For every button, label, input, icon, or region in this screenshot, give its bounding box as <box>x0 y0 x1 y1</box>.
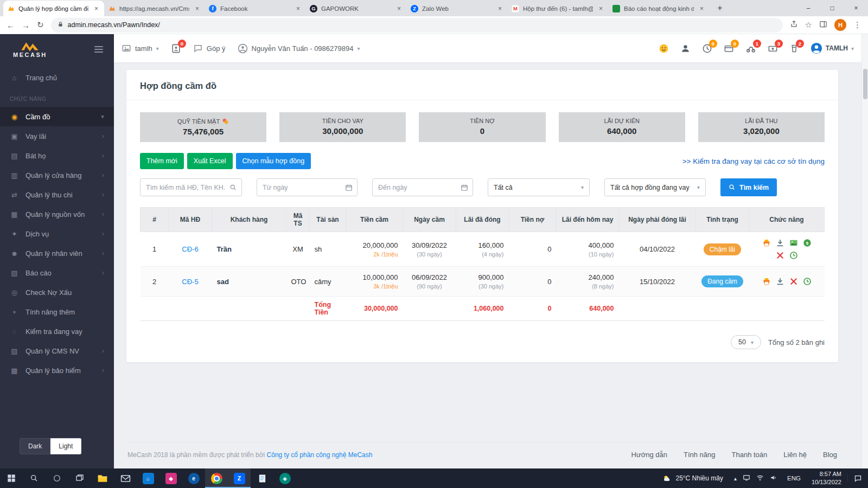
browser-tab[interactable]: Z Zalo Web × <box>407 1 508 16</box>
task-view-button[interactable] <box>68 468 91 488</box>
footer-link-lien-he[interactable]: Liên hệ <box>783 451 807 459</box>
current-user[interactable]: Nguyễn Văn Tuấn - 0986279894 ▾ <box>238 43 360 54</box>
sidebar-item-quan-ly-nguon-von[interactable]: ▦ Quản lý nguồn vốn › <box>0 204 114 224</box>
mail-app-icon[interactable] <box>114 468 137 488</box>
notepad-app-icon[interactable] <box>251 468 273 488</box>
page-size-select[interactable]: 50 ▾ <box>731 335 761 349</box>
credit-check-link[interactable]: >> Kiểm tra đang vay tại các cơ sở tín d… <box>682 157 825 165</box>
contract-code-link[interactable]: CĐ-6 <box>182 245 198 253</box>
tab-close-icon[interactable]: × <box>193 4 201 12</box>
smiley-button[interactable] <box>659 43 669 54</box>
search-input[interactable] <box>141 179 241 196</box>
language-indicator[interactable]: ENG <box>782 475 806 481</box>
sidebar-item-vay-lai[interactable]: ▣ Vay lãi › <box>0 126 114 146</box>
start-button[interactable] <box>0 468 23 488</box>
sidebar-item-kiem-tra-dang-vay[interactable]: ◌ Kiểm tra đang vay <box>0 322 114 341</box>
browser-tab[interactable]: https://ag.mecash.vn/Cms/Data... × <box>104 1 205 16</box>
from-date-input[interactable] <box>257 179 357 196</box>
cortana-button[interactable] <box>46 468 68 488</box>
footer-company-link[interactable]: Công ty cổ phần công nghệ MeCash <box>267 451 373 459</box>
window-minimize-button[interactable]: – <box>796 0 820 16</box>
sidebar-item-quan-ly-thu-chi[interactable]: ⇄ Quản lý thu chi › <box>0 185 114 204</box>
print-icon[interactable] <box>762 277 771 286</box>
sidebar-item-quan-ly-cms-nv[interactable]: ▨ Quản lý CMS NV › <box>0 341 114 361</box>
zalo-app-icon[interactable]: Z <box>228 468 251 488</box>
store-app-icon[interactable]: ⌂ <box>137 468 159 488</box>
sidebar-item-trang-chu[interactable]: ⌂ Trang chủ <box>0 68 114 87</box>
new-tab-button[interactable]: + <box>713 1 727 15</box>
support-button[interactable] <box>680 43 691 54</box>
calendar-icon[interactable] <box>345 184 353 191</box>
calendar-icon[interactable] <box>461 184 468 191</box>
contract-code-link[interactable]: CĐ-5 <box>182 278 198 286</box>
tab-close-icon[interactable]: × <box>294 4 302 12</box>
url-box[interactable]: admin.mecash.vn/Pawn/Index/ <box>51 18 783 33</box>
tab-close-icon[interactable]: × <box>92 4 100 12</box>
collection-button[interactable]: 2 <box>789 43 799 54</box>
url-text[interactable]: admin.mecash.vn/Pawn/Index/ <box>68 21 777 29</box>
action-center-button[interactable] <box>847 474 868 483</box>
wallet-button[interactable]: 0 <box>724 43 734 54</box>
choose-template-button[interactable]: Chọn mẫu hợp đồng <box>236 153 311 169</box>
taskbar-search-button[interactable] <box>23 468 46 488</box>
taskbar-clock[interactable]: 8:57 AM 10/13/2022 <box>806 470 847 487</box>
export-excel-button[interactable]: Xuất Excel <box>187 153 233 169</box>
print-icon[interactable] <box>762 239 771 247</box>
footer-link-thanh-toan[interactable]: Thanh toán <box>732 451 768 459</box>
mecash-logo[interactable]: MECASH <box>13 41 47 58</box>
search-icon[interactable] <box>229 184 237 191</box>
browser-tab[interactable]: f Facebook × <box>205 1 306 16</box>
sidebar-item-check-no-xau[interactable]: ◎ Check Nợ Xấu <box>0 282 114 302</box>
browser-tab-active[interactable]: Quản lý hợp đồng cầm đồ × <box>3 1 104 16</box>
sidebar-item-quan-ly-bao-hiem[interactable]: ▩ Quản lý bảo hiểm › <box>0 361 114 380</box>
customer-name[interactable]: Trần <box>217 245 232 253</box>
page-scrollbar[interactable] <box>861 34 868 468</box>
tab-close-icon[interactable]: × <box>395 4 403 12</box>
sidebar-item-bao-cao[interactable]: ▧ Báo cáo › <box>0 263 114 282</box>
vehicle-button[interactable]: 1 <box>745 43 756 54</box>
share-icon[interactable] <box>790 20 798 30</box>
redeem-icon[interactable]: $ <box>803 239 812 247</box>
taskbar-weather[interactable]: 25°C Nhiều mây <box>656 474 729 483</box>
footer-link-huong-dan[interactable]: Hướng dẫn <box>631 451 667 459</box>
delete-icon[interactable] <box>789 277 798 286</box>
lock-icon[interactable] <box>58 21 63 29</box>
footer-link-tinh-nang[interactable]: Tính năng <box>684 451 716 459</box>
extend-icon[interactable] <box>803 277 812 286</box>
sidebar-item-quan-ly-nhan-vien[interactable]: ☻ Quản lý nhân viên › <box>0 243 114 263</box>
light-theme-button[interactable]: Light <box>50 438 81 454</box>
back-icon[interactable]: ← <box>7 21 15 30</box>
window-close-button[interactable]: × <box>844 0 868 16</box>
misc-app-icon[interactable]: ◈ <box>273 468 296 488</box>
status-select[interactable]: Tất cả ▾ <box>488 178 590 196</box>
tab-close-icon[interactable]: × <box>496 4 504 12</box>
photos-app-icon[interactable]: ◆ <box>159 468 182 488</box>
sidebar-item-tinh-nang-them[interactable]: + Tính năng thêm <box>0 302 114 322</box>
download-icon[interactable] <box>776 277 784 286</box>
contacts-button[interactable]: 0 <box>171 43 181 54</box>
browser-menu-icon[interactable]: ⋮ <box>853 20 861 30</box>
browser-tab[interactable]: M Hộp thư đến (6) - tamlh@tima... × <box>508 1 609 16</box>
forward-icon[interactable]: → <box>22 21 30 30</box>
download-icon[interactable] <box>776 239 784 247</box>
sidebar-item-bat-ho[interactable]: ▤ Bát họ › <box>0 146 114 165</box>
table-row[interactable]: 2 CĐ-5 sad OTO cảmy 10,000,0003k /1triệu… <box>141 267 825 297</box>
footer-link-blog[interactable]: Blog <box>823 451 837 459</box>
bookmark-star-icon[interactable]: ☆ <box>805 20 812 30</box>
display-icon[interactable] <box>743 474 750 483</box>
sidebar-item-quan-ly-cua-hang[interactable]: ▥ Quản lý cửa hàng › <box>0 165 114 185</box>
store-selector[interactable]: tamlh ▾ <box>122 43 159 53</box>
scrollbar-thumb[interactable] <box>863 69 867 99</box>
photo-icon[interactable] <box>789 239 798 247</box>
menu-toggle-icon[interactable] <box>92 44 105 55</box>
side-panel-icon[interactable] <box>819 20 827 30</box>
explorer-app-icon[interactable] <box>91 468 114 488</box>
wifi-icon[interactable] <box>756 474 764 483</box>
feedback-button[interactable]: Góp ý <box>193 43 226 53</box>
account-menu[interactable]: TAMLH ▾ <box>810 42 854 54</box>
tab-close-icon[interactable]: × <box>698 4 706 12</box>
browser-profile-avatar[interactable]: H <box>834 19 846 31</box>
search-button[interactable]: Tìm kiếm <box>720 178 777 196</box>
edge-app-icon[interactable]: e <box>182 468 205 488</box>
chrome-app-icon[interactable] <box>205 468 228 488</box>
